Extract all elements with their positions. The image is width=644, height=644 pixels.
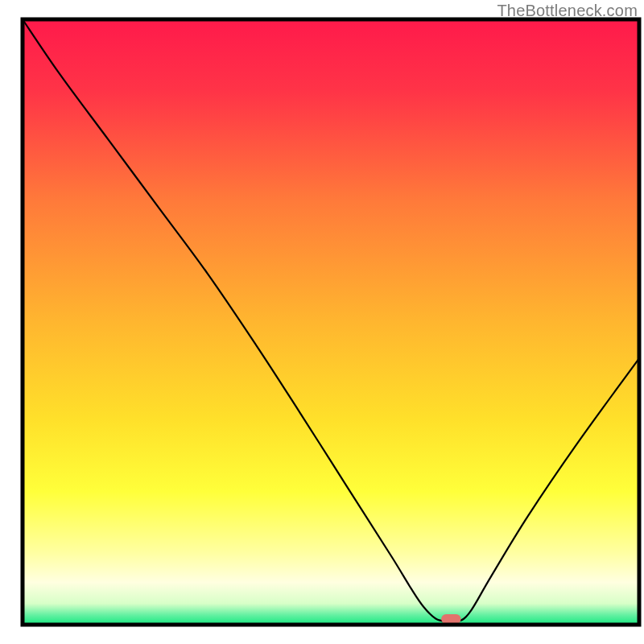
gradient-background	[23, 19, 639, 625]
watermark-text: TheBottleneck.com	[497, 2, 638, 20]
chart-container: TheBottleneck.com	[0, 0, 644, 644]
bottleneck-chart	[0, 0, 644, 644]
optimal-marker	[441, 614, 461, 624]
